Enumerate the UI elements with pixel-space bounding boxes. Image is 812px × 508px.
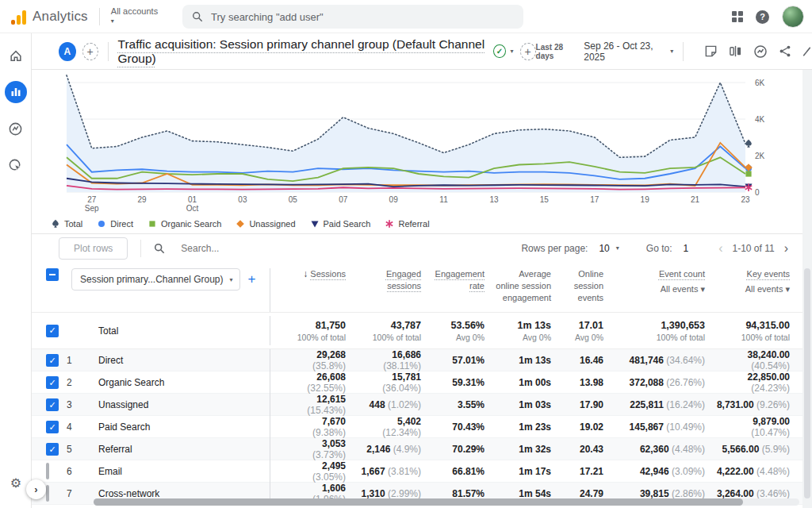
column-header-key-events[interactable]: Key eventsAll events ▾: [716, 268, 801, 295]
column-label: Engagement rate: [435, 269, 485, 291]
share-icon[interactable]: [779, 44, 791, 58]
table-search[interactable]: [154, 243, 521, 254]
column-label: Event count: [659, 269, 705, 279]
metric-cell: 17.21: [562, 466, 615, 477]
nav-home-icon[interactable]: [5, 44, 27, 67]
row-checkbox[interactable]: ✓: [32, 376, 67, 389]
metric-cell: 29,268 (35.8%): [270, 349, 357, 371]
property-avatar[interactable]: A: [59, 42, 76, 61]
legend-item-referral[interactable]: Referral: [385, 219, 429, 229]
add-comparison-button[interactable]: +: [82, 43, 98, 60]
notes-icon[interactable]: [704, 44, 718, 58]
row-checkbox[interactable]: ✓: [32, 354, 67, 367]
row-checkbox[interactable]: ✓: [32, 398, 67, 411]
compare-icon[interactable]: [729, 44, 742, 58]
divider: [140, 240, 141, 257]
horizontal-scrollbar[interactable]: [94, 498, 799, 506]
pagination-range: 1-10 of 11: [733, 243, 775, 254]
customize-report-icon[interactable]: [802, 44, 810, 58]
marker-diamond-icon: [745, 164, 753, 171]
goto-label: Go to:: [646, 243, 672, 254]
column-header-engagement-rate[interactable]: Engagement rate: [432, 268, 496, 292]
table-row[interactable]: ✓1Direct29,268 (35.8%)16,686 (38.11%)57.…: [32, 349, 802, 371]
select-all-checkbox[interactable]: [32, 268, 67, 281]
table-row[interactable]: ✓2Organic Search26,608 (32.55%)15,781 (3…: [32, 371, 802, 394]
nav-advertising-icon[interactable]: [5, 154, 27, 176]
metric-cell: 16.46: [562, 355, 615, 366]
metric-cell: 12,615 (15.43%): [270, 394, 357, 416]
table-search-input[interactable]: [181, 243, 355, 254]
table-row[interactable]: 6Email2,495 (3.05%)1,667 (3.81%)66.81%1m…: [32, 460, 802, 483]
total-cell: 1m 13sAvg 0%: [496, 320, 562, 342]
next-page-icon[interactable]: ›: [781, 241, 791, 256]
prev-page-icon[interactable]: ‹: [715, 241, 726, 256]
chevron-down-icon[interactable]: ▾: [511, 48, 514, 55]
chart-svg[interactable]: 02K4K6K27Sep2901Oct030507091113151719212…: [48, 73, 802, 214]
legend-marker-icon: [97, 219, 106, 229]
chevron-down-icon[interactable]: ▾: [670, 48, 673, 55]
legend-item-total[interactable]: Total: [51, 219, 82, 229]
metric-cell: 5,566.00 (5.9%): [716, 444, 801, 455]
row-index: 5: [67, 444, 94, 455]
legend-item-organic-search[interactable]: Organic Search: [147, 219, 221, 229]
metric-cell: 3,053 (3.73%): [270, 438, 357, 460]
legend-label: Paid Search: [324, 219, 371, 229]
add-report-tab-button[interactable]: +: [520, 43, 536, 60]
report-status-check-icon[interactable]: ✓: [493, 44, 506, 58]
row-checkbox[interactable]: ✓: [32, 421, 67, 433]
marker-square-icon: [745, 171, 751, 176]
analytics-logo-icon[interactable]: [11, 9, 26, 25]
row-checkbox[interactable]: ✓: [32, 443, 67, 456]
apps-grid-icon[interactable]: [732, 11, 743, 22]
metric-cell: 8,731.00 (9.26%): [716, 399, 801, 410]
plot-rows-button[interactable]: Plot rows: [59, 237, 128, 260]
legend-item-paid-search[interactable]: Paid Search: [310, 219, 371, 229]
legend-item-unassigned[interactable]: Unassigned: [236, 219, 295, 229]
total-row-checkbox[interactable]: ✓: [32, 325, 67, 337]
metric-cell: 17.90: [562, 399, 615, 410]
vertical-scrollbar[interactable]: [802, 70, 812, 508]
goto-page-input[interactable]: 1: [684, 243, 689, 254]
channel-name: Referral: [94, 444, 270, 455]
marker-square-icon: [149, 221, 155, 226]
date-range-picker[interactable]: Sep 26 - Oct 23, 2025: [584, 40, 665, 63]
add-dimension-button[interactable]: +: [248, 271, 256, 287]
metric-cell: 13.98: [562, 377, 615, 388]
metric-cell: 3,264.00 (3.46%): [716, 488, 801, 499]
vertical-scrollbar-thumb[interactable]: [804, 268, 810, 498]
column-header-online-session-events[interactable]: Online session events: [562, 268, 615, 304]
table-row[interactable]: ✓3Unassigned12,615 (15.43%)448 (1.02%)3.…: [32, 394, 802, 416]
legend-item-direct[interactable]: Direct: [97, 219, 133, 229]
help-icon[interactable]: ?: [756, 10, 769, 24]
rows-per-page-select[interactable]: 10: [599, 243, 609, 254]
metric-cell: 62,360 (4.48%): [615, 444, 716, 455]
dimension-dropdown[interactable]: Session primary...Channel Group)▾: [71, 268, 240, 291]
search-input[interactable]: [211, 11, 514, 23]
metric-cell: 81.57%: [432, 488, 496, 499]
report-title[interactable]: Traffic acquisition: Session primary cha…: [118, 37, 486, 66]
column-header-sessions[interactable]: ↓Sessions: [270, 268, 357, 312]
table-row[interactable]: ✓4Paid Search7,670 (9.38%)5,402 (12.34%)…: [32, 416, 802, 438]
y-axis-tick: 0: [755, 188, 760, 197]
legend-marker-icon: [147, 219, 157, 229]
all-events-dropdown[interactable]: All events ▾: [716, 283, 790, 295]
expand-nav-button[interactable]: ›: [26, 479, 46, 499]
row-index: 7: [67, 488, 94, 499]
column-header-average-online-session-engagement[interactable]: Average online session engagement: [496, 268, 562, 304]
chevron-down-icon[interactable]: ▾: [616, 244, 619, 252]
global-search[interactable]: [182, 5, 523, 29]
nav-reports-icon[interactable]: [5, 81, 27, 103]
horizontal-scrollbar-thumb[interactable]: [94, 498, 743, 506]
user-avatar[interactable]: [782, 6, 804, 28]
account-picker[interactable]: All accounts ▾: [111, 7, 158, 25]
column-header-engaged-sessions[interactable]: Engaged sessions: [357, 268, 432, 292]
nav-explore-icon[interactable]: [5, 117, 27, 140]
row-checkbox[interactable]: [32, 464, 67, 479]
total-label: Total: [94, 325, 270, 337]
all-events-dropdown[interactable]: All events ▾: [615, 283, 705, 295]
metric-cell: 20.43: [562, 444, 615, 455]
legend-marker-icon: [51, 219, 60, 229]
table-row[interactable]: ✓5Referral3,053 (3.73%)2,146 (4.9%)70.29…: [32, 438, 802, 460]
insights-icon[interactable]: [753, 44, 768, 59]
column-header-event-count[interactable]: Event countAll events ▾: [615, 268, 716, 295]
